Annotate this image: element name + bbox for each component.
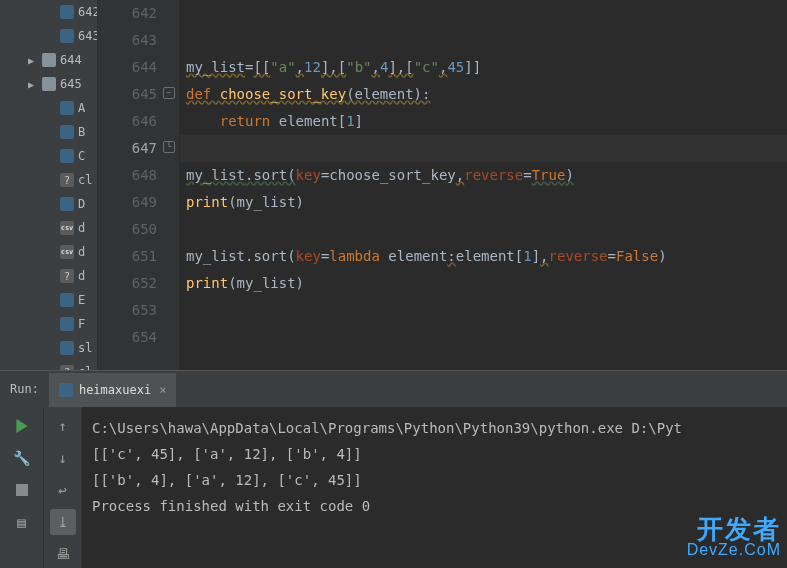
folder-icon — [42, 53, 56, 67]
project-tree[interactable]: 642 643 ▶644 ▶645 A B C ?cl D csvd csvd … — [0, 0, 98, 370]
tree-item[interactable]: csvd — [0, 240, 97, 264]
run-tab-label: heimaxuexi — [79, 383, 151, 397]
python-file-icon — [60, 29, 74, 43]
tree-item[interactable]: ?cl — [0, 168, 97, 192]
layout-button[interactable]: ▤ — [9, 509, 35, 535]
tree-item[interactable]: F — [0, 312, 97, 336]
scroll-down-button[interactable]: ↓ — [50, 445, 76, 471]
close-icon[interactable]: × — [159, 383, 166, 397]
line-number[interactable]: 645− — [98, 81, 179, 108]
line-number[interactable]: 643 — [98, 27, 179, 54]
rerun-button[interactable] — [9, 413, 35, 439]
line-number[interactable]: 644 — [98, 54, 179, 81]
svg-rect-0 — [16, 484, 28, 496]
code-line — [180, 297, 787, 324]
python-file-icon — [60, 293, 74, 307]
tree-item[interactable]: A — [0, 96, 97, 120]
stop-button[interactable] — [9, 477, 35, 503]
code-line — [180, 0, 787, 27]
line-number[interactable]: 648 — [98, 162, 179, 189]
run-panel-label: Run: — [0, 382, 49, 396]
csv-file-icon: csv — [60, 221, 74, 235]
line-number[interactable]: 653 — [98, 297, 179, 324]
tree-item[interactable]: sl — [0, 336, 97, 360]
python-file-icon — [60, 197, 74, 211]
code-line: print(my_list) — [180, 189, 787, 216]
code-line: return element[1] — [180, 108, 787, 135]
python-file-icon — [60, 341, 74, 355]
line-number[interactable]: 649 — [98, 189, 179, 216]
tree-item[interactable]: B — [0, 120, 97, 144]
scroll-up-button[interactable]: ↑ — [50, 413, 76, 439]
run-panel-header: Run: heimaxuexi × — [0, 371, 787, 407]
code-line — [180, 324, 787, 351]
python-file-icon — [60, 101, 74, 115]
tree-item[interactable]: 643 — [0, 24, 97, 48]
chevron-right-icon: ▶ — [28, 55, 38, 66]
tree-item[interactable]: csvd — [0, 216, 97, 240]
soft-wrap-button[interactable]: ↩ — [50, 477, 76, 503]
line-number[interactable]: 642 — [98, 0, 179, 27]
unknown-file-icon: ? — [60, 269, 74, 283]
python-file-icon — [60, 317, 74, 331]
scroll-to-end-button[interactable]: ⤓ — [50, 509, 76, 535]
line-number[interactable]: 646 — [98, 108, 179, 135]
python-file-icon — [60, 149, 74, 163]
code-line: my_list.sort(key=lambda element:element[… — [180, 243, 787, 270]
line-number[interactable]: 652 — [98, 270, 179, 297]
code-line: print(my_list) — [180, 270, 787, 297]
line-number[interactable]: 647└ — [98, 135, 179, 162]
code-line — [180, 27, 787, 54]
code-line: my_list.sort(key=choose_sort_key,reverse… — [180, 162, 787, 189]
code-line-current — [180, 135, 787, 162]
folder-icon — [42, 77, 56, 91]
line-number[interactable]: 650 — [98, 216, 179, 243]
tree-item[interactable]: 642 — [0, 0, 97, 24]
tree-item[interactable]: C — [0, 144, 97, 168]
line-number[interactable]: 651 — [98, 243, 179, 270]
csv-file-icon: csv — [60, 245, 74, 259]
unknown-file-icon: ? — [60, 173, 74, 187]
code-line: def choose_sort_key(element): — [180, 81, 787, 108]
editor-gutter[interactable]: 642 643 644 645− 646 647└ 648 649 650 65… — [98, 0, 180, 370]
tree-item[interactable]: D — [0, 192, 97, 216]
tree-item-folder[interactable]: ▶644 — [0, 48, 97, 72]
fold-end-icon[interactable]: └ — [163, 141, 175, 153]
tree-item[interactable]: ?d — [0, 264, 97, 288]
python-file-icon — [60, 125, 74, 139]
run-toolbar-primary: 🔧 ▤ — [0, 407, 44, 568]
run-panel: Run: heimaxuexi × 🔧 ▤ ↑ ↓ ↩ ⤓ 🖶 C:\Users… — [0, 370, 787, 568]
chevron-right-icon: ▶ — [28, 79, 38, 90]
code-line — [180, 216, 787, 243]
python-file-icon — [59, 383, 73, 397]
fold-minus-icon[interactable]: − — [163, 87, 175, 99]
settings-button[interactable]: 🔧 — [9, 445, 35, 471]
tree-item[interactable]: E — [0, 288, 97, 312]
print-button[interactable]: 🖶 — [50, 541, 76, 567]
code-line: my_list=[["a",12],["b",4],["c",45]] — [180, 54, 787, 81]
run-tab[interactable]: heimaxuexi × — [49, 371, 176, 407]
code-editor[interactable]: my_list=[["a",12],["b",4],["c",45]] def … — [180, 0, 787, 370]
tree-item-folder[interactable]: ▶645 — [0, 72, 97, 96]
console-output[interactable]: C:\Users\hawa\AppData\Local\Programs\Pyt… — [82, 407, 787, 568]
python-file-icon — [60, 5, 74, 19]
run-toolbar-secondary: ↑ ↓ ↩ ⤓ 🖶 — [44, 407, 82, 568]
line-number[interactable]: 654 — [98, 324, 179, 351]
